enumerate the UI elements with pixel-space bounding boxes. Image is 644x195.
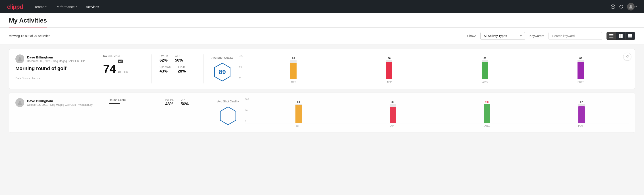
hexagon-wrapper: Avg Shot Quality 89 [212,56,233,82]
hexagon-2 [218,106,238,126]
x-label-ott-2: OTT [251,124,346,127]
stats-section-2: FW Hit 43% GIR 56% [165,98,201,106]
activity-title: Morning round of golf [16,66,87,72]
bar-putt-2 [578,106,585,123]
avg-shot-quality-label: Avg Shot Quality [212,56,233,59]
nav-performance[interactable]: Performance ▾ [55,3,78,10]
keywords-label: Keywords: [530,34,544,38]
user-name: Dave Billingham [27,55,85,59]
nav-teams[interactable]: Teams ▾ [34,3,48,10]
gir-value: 50% [175,58,183,63]
x-label-app: APP [342,80,437,84]
user-menu-button[interactable]: ▾ [627,3,637,10]
show-label: Show: [467,34,476,38]
chart-group-putt-2: 87 [534,100,628,123]
chart-group-ott: 85 [246,57,342,79]
user-info-2: Dave Billingham October 16, 2021 - Gog M… [27,99,92,106]
x-label-arg-2: ARG [440,124,534,127]
avatar-2 [16,98,24,107]
svg-marker-18 [220,107,236,125]
svg-rect-5 [610,36,614,36]
chart-group-putt: 89 [533,57,628,79]
gir-label: GIR [175,54,183,58]
chart-x-axis: OTT APP ARG PUTT [240,80,628,84]
user-row-2: Dave Billingham October 16, 2021 - Gog M… [16,98,92,107]
svg-point-17 [19,101,21,103]
nav-activities[interactable]: Activities [85,3,100,10]
bar-value-ott: 85 [292,57,295,60]
score-placeholder [109,103,120,104]
quality-section-2: Avg Shot Quality 100 50 0 [217,98,628,127]
score-holes: 18 Holes [118,70,128,74]
fw-hit-stat-2: FW Hit 43% [165,98,174,106]
gir-stat-2: GIR 56% [180,98,188,106]
x-label-putt-2: PUTT [534,124,628,127]
round-score-label: Round Score [103,54,143,58]
add-button[interactable] [610,4,616,9]
y-axis-2: 100 50 0 [245,98,249,123]
fw-hit-value-2: 43% [165,102,174,106]
round-score-label-2: Round Score [109,98,149,102]
chart-group-arg-2: 106 [440,100,534,123]
bar-value-app-2: 82 [392,100,394,103]
card-left-2: Dave Billingham October 16, 2021 - Gog M… [16,98,92,109]
y-axis: 100 50 0 [240,54,243,79]
chart-group-app-2: 82 [346,100,440,123]
user-info: Dave Billingham December 05, 2021 - Gog … [27,55,85,63]
refresh-button[interactable] [619,4,624,9]
chart-x-axis-2: OTT APP ARG PUTT [245,124,628,127]
svg-rect-4 [610,34,614,35]
one-putt-value: 28% [178,69,186,74]
svg-rect-12 [628,35,632,36]
bar-arg-2 [484,104,490,123]
activity-card: Dave Billingham December 05, 2021 - Gog … [9,49,635,89]
chart-group-arg: 89 [437,57,533,79]
fw-hit-label: FW Hit [160,54,168,58]
search-input[interactable] [548,32,602,40]
bar-ott-2 [296,105,302,123]
navbar: clippd Teams ▾ Performance ▾ Activities [0,0,644,14]
hexagon-wrapper-2: Avg Shot Quality [217,100,239,126]
avg-shot-quality-label-2: Avg Shot Quality [217,100,239,103]
card-divider-6 [209,98,209,127]
app-logo[interactable]: clippd [7,3,23,10]
user-row: Dave Billingham December 05, 2021 - Gog … [16,54,87,63]
chart-section: 100 50 0 85 90 [240,54,628,84]
svg-rect-6 [610,37,614,38]
one-putt-stat: 1 Putt 28% [178,65,186,74]
data-source: Data Source: Arccos [16,77,87,80]
bar-value-putt-2: 87 [580,100,583,103]
user-chevron-icon: ▾ [636,5,637,8]
activity-card-2: Dave Billingham October 16, 2021 - Gog M… [9,92,635,133]
bar-value-arg: 89 [484,57,486,60]
fw-hit-label-2: FW Hit [165,98,174,101]
card-divider-3 [203,54,204,84]
svg-point-15 [19,57,21,59]
hexagon: 89 [212,62,232,82]
gir-stat: GIR 50% [175,54,183,63]
list-view-button[interactable] [607,32,616,40]
bar-value-putt: 89 [579,57,582,60]
page-title: My Activities [9,17,47,28]
one-putt-label: 1 Putt [178,65,186,68]
x-label-arg: ARG [437,80,533,84]
content-area: Dave Billingham December 05, 2021 - Gog … [0,44,644,195]
fw-hit-value: 62% [160,58,168,63]
bar-value-arg-2: 106 [485,100,489,103]
stats-row-3: FW Hit 43% GIR 56% [165,98,201,106]
svg-rect-11 [628,34,632,35]
bar-ott [290,63,296,79]
view-toggle-group [606,32,635,40]
gir-label-2: GIR [180,98,188,101]
performance-chevron-icon: ▾ [76,5,77,8]
up-down-stat: Up/Down 43% [160,65,170,74]
avatar [16,54,24,63]
activity-type-select[interactable]: All Activity Types ▾ [480,32,525,40]
bar-arg [482,62,488,79]
score-badge: +4 [118,60,123,63]
viewing-text: Viewing 12 out of 29 Activities [9,34,463,38]
x-label-app-2: APP [346,124,440,127]
chart-bars: 100 50 0 85 90 [240,54,628,79]
compact-view-button[interactable] [626,32,635,40]
grid-view-button[interactable] [616,32,626,40]
